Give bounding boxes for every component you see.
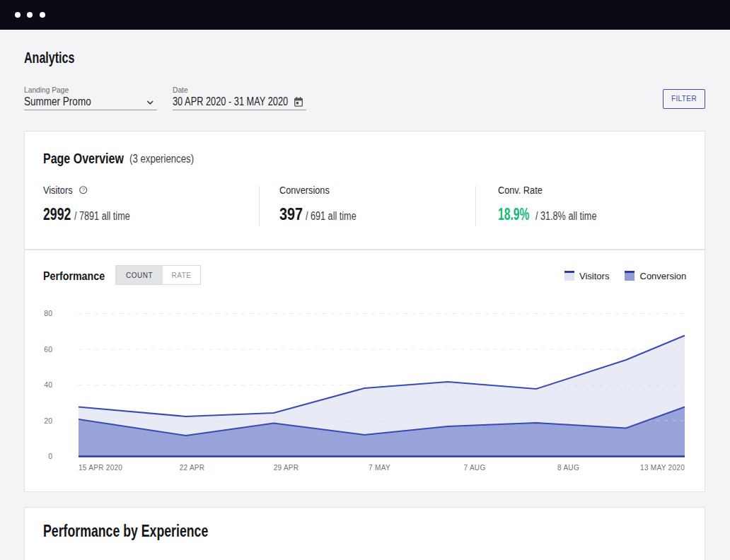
svg-text:20: 20 bbox=[44, 416, 52, 425]
svg-text:7 MAY: 7 MAY bbox=[369, 464, 390, 472]
svg-text:13 MAY 2020: 13 MAY 2020 bbox=[640, 464, 685, 472]
svg-text:?: ? bbox=[81, 187, 84, 193]
svg-text:60: 60 bbox=[44, 345, 52, 354]
svg-text:15 APR 2020: 15 APR 2020 bbox=[79, 464, 122, 472]
svg-text:8 AUG: 8 AUG bbox=[557, 464, 579, 472]
svg-text:80: 80 bbox=[44, 309, 52, 317]
svg-text:7 AUG: 7 AUG bbox=[464, 464, 486, 472]
svg-text:22 APR: 22 APR bbox=[180, 464, 205, 472]
svg-text:0: 0 bbox=[48, 452, 52, 460]
svg-text:40: 40 bbox=[44, 380, 52, 389]
svg-text:29 APR: 29 APR bbox=[274, 464, 299, 472]
